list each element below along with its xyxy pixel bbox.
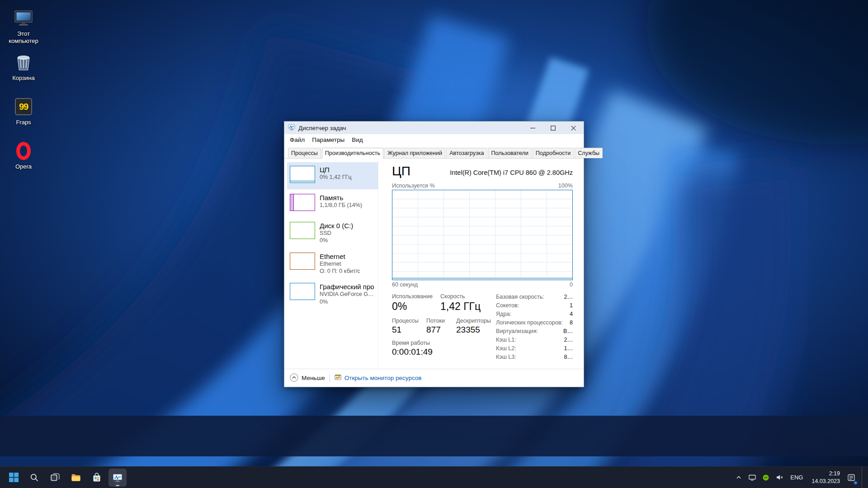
tab-details[interactable]: Подробности xyxy=(533,148,574,158)
uptime-label: Время работы xyxy=(392,340,433,346)
detail-value: 2… xyxy=(564,337,573,343)
detail-value: 4 xyxy=(570,311,573,317)
close-button[interactable] xyxy=(563,122,584,134)
notification-badge xyxy=(854,481,858,485)
sidebar-item-ethernet[interactable]: Ethernet Ethernet О: 0 П: 0 кбит/с xyxy=(287,249,378,279)
window-title: Диспетчер задач xyxy=(298,125,346,131)
desktop-icon-this-pc[interactable]: Этот компьютер xyxy=(3,7,44,52)
show-desktop-button[interactable] xyxy=(862,467,865,488)
language-indicator[interactable]: ENG xyxy=(787,474,806,481)
hidden-icons-button[interactable] xyxy=(733,470,745,485)
fewer-details-button[interactable]: Меньше xyxy=(290,373,325,383)
task-manager-window: Диспетчер задач Файл Параметры Вид Проце… xyxy=(284,121,584,387)
tab-processes[interactable]: Процессы xyxy=(288,148,321,158)
sidebar-item-title: Ethernet xyxy=(320,253,360,260)
detail-value: 8… xyxy=(564,354,573,360)
nvidia-icon xyxy=(762,474,769,481)
tab-users[interactable]: Пользователи xyxy=(488,148,532,158)
sidebar-item-cpu[interactable]: ЦП 0% 1,42 ГГц xyxy=(287,162,378,189)
task-view-icon xyxy=(51,473,60,482)
sidebar-item-title: ЦП xyxy=(320,166,352,174)
handles-value: 23355 xyxy=(456,325,491,335)
cpu-mini-chart xyxy=(290,166,315,183)
usage-value: 0% xyxy=(392,300,440,313)
window-footer: Меньше Открыть монитор ресурсов xyxy=(284,369,584,387)
cpu-details: Базовая скорость:2… Сокетов:1 Ядра:4 Лог… xyxy=(496,293,573,362)
menu-view[interactable]: Вид xyxy=(348,135,366,145)
notification-center-button[interactable] xyxy=(845,470,857,485)
performance-content: ЦП 0% 1,42 ГГц Память 1,1/8,0 ГБ (14%) Д… xyxy=(284,159,584,369)
desktop-icon-label: Этот компьютер xyxy=(3,30,44,44)
maximize-button[interactable] xyxy=(543,122,563,134)
cpu-panel-title: ЦП xyxy=(392,164,410,178)
detail-value: 8 xyxy=(570,319,573,326)
windows-logo-icon xyxy=(9,473,19,482)
this-pc-icon xyxy=(13,7,34,29)
ethernet-mini-chart xyxy=(290,253,315,270)
sidebar-item-sub2: О: 0 П: 0 кбит/с xyxy=(320,267,360,275)
clock-time: 2:19 xyxy=(811,470,840,477)
detail-label: Виртуализация: xyxy=(496,328,538,334)
sidebar-item-sub: 1,1/8,0 ГБ (14%) xyxy=(320,202,362,209)
sidebar-item-gpu[interactable]: Графический про NVIDIA GeForce GTX 660 0… xyxy=(287,279,378,309)
handles-label: Дескрипторы xyxy=(456,318,491,324)
sidebar-item-memory[interactable]: Память 1,1/8,0 ГБ (14%) xyxy=(287,190,378,217)
detail-value: В… xyxy=(563,328,573,334)
performance-sidebar: ЦП 0% 1,42 ГГц Память 1,1/8,0 ГБ (14%) Д… xyxy=(284,159,378,369)
menu-file[interactable]: Файл xyxy=(286,135,308,145)
start-button[interactable] xyxy=(5,469,23,487)
tab-performance[interactable]: Производительность xyxy=(322,148,383,159)
task-view-button[interactable] xyxy=(46,469,64,487)
chevron-up-circle-icon xyxy=(290,373,298,383)
minimize-button[interactable] xyxy=(523,122,543,134)
disk-mini-chart xyxy=(290,222,315,239)
desktop: Этот компьютер Корзина 99 Fraps Opera xyxy=(0,0,868,466)
menu-options[interactable]: Параметры xyxy=(308,135,348,145)
nvidia-settings-button[interactable] xyxy=(760,470,772,485)
processor-name: Intel(R) Core(TM) i7 CPU 860 @ 2.80GHz xyxy=(450,169,573,178)
sidebar-item-sub: NVIDIA GeForce GTX 660 xyxy=(320,291,375,298)
gpu-mini-chart xyxy=(290,283,315,300)
desktop-icon-fraps[interactable]: 99 Fraps xyxy=(3,96,44,140)
sidebar-item-title: Память xyxy=(320,194,362,202)
desktop-icon-recycle-bin[interactable]: Корзина xyxy=(3,52,44,96)
tabstrip: Процессы Производительность Журнал прило… xyxy=(284,145,584,159)
folder-icon xyxy=(71,472,81,483)
volume-button[interactable] xyxy=(774,470,785,485)
task-manager-icon xyxy=(113,473,123,483)
sidebar-item-title: Диск 0 (C:) xyxy=(320,222,353,230)
display-tray-button[interactable] xyxy=(746,470,758,485)
resource-monitor-icon xyxy=(335,374,341,382)
sidebar-item-sub: SSD xyxy=(320,230,353,237)
notification-icon xyxy=(847,474,855,482)
chart-x-right: 0 xyxy=(570,282,573,288)
detail-label: Базовая скорость: xyxy=(496,294,544,300)
search-button[interactable] xyxy=(25,469,43,487)
taskbar-clock[interactable]: 2:19 14.03.2023 xyxy=(808,470,844,485)
recycle-bin-icon xyxy=(13,52,34,73)
tab-app-history[interactable]: Журнал приложений xyxy=(384,148,445,158)
sidebar-item-disk[interactable]: Диск 0 (C:) SSD 0% xyxy=(287,218,378,248)
fewer-details-label: Меньше xyxy=(302,375,325,381)
detail-label: Кэш L1: xyxy=(496,337,516,343)
desktop-icon-opera[interactable]: Opera xyxy=(3,140,44,184)
taskbar-buttons xyxy=(3,469,127,487)
desktop-icon-label: Корзина xyxy=(12,75,35,82)
task-manager-button[interactable] xyxy=(108,469,127,487)
threads-label: Потоки xyxy=(426,318,456,324)
footer-divider xyxy=(330,374,330,382)
detail-label: Логических процессоров: xyxy=(496,319,563,326)
memory-mini-chart xyxy=(290,194,315,211)
chevron-up-icon xyxy=(736,475,741,480)
store-button[interactable] xyxy=(88,469,106,487)
file-explorer-button[interactable] xyxy=(67,469,85,487)
detail-value: 1 xyxy=(570,302,573,309)
tab-startup[interactable]: Автозагрузка xyxy=(446,148,487,158)
open-resource-monitor-link[interactable]: Открыть монитор ресурсов xyxy=(335,374,422,382)
tab-services[interactable]: Службы xyxy=(575,148,603,158)
window-titlebar[interactable]: Диспетчер задач xyxy=(284,122,584,134)
desktop-icons: Этот компьютер Корзина 99 Fraps Opera xyxy=(3,7,44,184)
cpu-usage-graph xyxy=(392,190,573,280)
cpu-panel: ЦП Intel(R) Core(TM) i7 CPU 860 @ 2.80GH… xyxy=(378,159,584,369)
sidebar-item-sub: 0% 1,42 ГГц xyxy=(320,174,352,181)
